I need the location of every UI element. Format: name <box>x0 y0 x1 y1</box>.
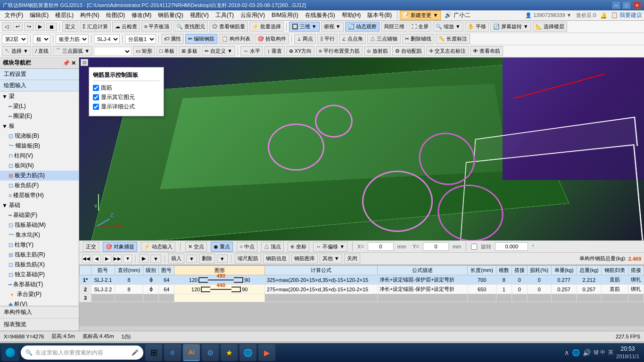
nav-rebar-info[interactable]: 钢筋信息 <box>263 254 289 263</box>
tree-item-kuangji[interactable]: ⊡筏板基础(M) <box>0 220 79 230</box>
tb-line[interactable]: / 直线 <box>33 46 51 56</box>
nav-delete[interactable]: 删除 <box>199 254 215 263</box>
tb-screen-rotate[interactable]: 🔃 屏幕旋转 ▼ <box>490 22 531 32</box>
tb-top-view[interactable]: 俯视 ▼ <box>321 22 344 32</box>
tb-three-point-aux[interactable]: △ 三点辅轴 <box>367 34 400 44</box>
tb-select-floor[interactable]: 📐 选择楼层 <box>533 22 567 32</box>
tb-play[interactable]: ▶ <box>35 22 45 31</box>
menu-floor[interactable]: 楼层(L) <box>52 10 76 20</box>
floor-select[interactable]: 第2层 <box>2 34 28 44</box>
tb-xy-dir[interactable]: ⊕ XY方向 <box>286 46 315 56</box>
nav-prev[interactable]: ◀ <box>92 255 101 263</box>
menu-view[interactable]: 视图(V) <box>187 10 212 20</box>
tb-single-plate[interactable]: □ 单板 <box>157 46 177 56</box>
menu-draw[interactable]: 绘图(D) <box>103 10 128 20</box>
nav-play-drop[interactable]: ▼ <box>150 255 161 263</box>
tb-delete-aux[interactable]: ✂ 删除辅线 <box>402 34 434 44</box>
nav-last[interactable]: ▶▶ <box>113 255 122 263</box>
taskbar-app-5[interactable]: 🌐 <box>239 344 256 361</box>
viewport-3d[interactable]: X Y Z 钢筋显示控制面板 面筋 显示其它图元 显示详细公式 <box>79 58 644 240</box>
tree-group-foundation-header[interactable]: ▼ 基础 <box>0 200 79 210</box>
nav-next[interactable]: ▶ <box>103 255 111 263</box>
tray-expand[interactable]: ∧ <box>564 349 569 356</box>
tb-auto-rebar[interactable]: ⚙ 自动配筋 <box>392 46 425 56</box>
nav-play[interactable]: ▶ <box>139 254 149 263</box>
tb-point-angle[interactable]: ∠ 点点角 <box>339 34 366 44</box>
tray-network[interactable]: 🌐 <box>572 349 580 356</box>
close-button[interactable]: ✕ <box>633 1 641 9</box>
tb-edit-rebar[interactable]: ✏ 编辑钢筋 <box>185 34 217 44</box>
rebar-checkbox-face[interactable] <box>93 85 99 91</box>
vertex-btn[interactable]: △ 顶点 <box>261 242 284 252</box>
maximize-button[interactable]: □ <box>622 1 631 9</box>
menu-modify[interactable]: 修改(M) <box>129 10 154 20</box>
tb-define[interactable]: 定义 <box>62 22 78 32</box>
table-scroll[interactable] <box>79 326 644 331</box>
size-select[interactable]: 🔊 广小二 <box>442 10 473 20</box>
bell-icon[interactable]: 🔔 <box>600 12 607 19</box>
tree-item-fabanjin[interactable]: ⊡筏板负筋(X) <box>0 260 79 270</box>
tb-arc[interactable]: ⌒ 三点圆弧 ▼ <box>53 46 92 56</box>
tb-multi-plate[interactable]: ⊞ 多板 <box>179 46 200 56</box>
engineering-setup[interactable]: 工程设置 <box>0 69 79 80</box>
taskbar-app-ggj[interactable]: Ai <box>183 344 200 361</box>
nav-insert-drop[interactable]: ▼ <box>186 255 197 263</box>
menu-online[interactable]: 在线服务(S) <box>302 10 338 20</box>
tree-item-quanliang[interactable]: ━圈梁(E) <box>0 111 79 121</box>
tb-view-layout[interactable]: 👁 查看布筋 <box>470 46 503 56</box>
menu-cloud[interactable]: 云应用(V) <box>238 10 268 20</box>
tb-cloud-check[interactable]: ☁ 云检查 <box>112 22 140 32</box>
tree-item-jichuuliang[interactable]: ━基础梁(F) <box>0 210 79 220</box>
tree-item-liang[interactable]: ━梁(L) <box>0 101 79 111</box>
tree-item-loujicengban[interactable]: ≡楼层板带(H) <box>0 190 79 200</box>
y-input[interactable] <box>423 242 449 251</box>
tb-pan[interactable]: ✋ 平移 <box>465 22 489 32</box>
snap-btn[interactable]: 🎯 对象捕捉 <box>103 242 137 252</box>
start-button[interactable] <box>2 344 19 361</box>
no-offset-btn[interactable]: ↔ 不偏移 ▼ <box>313 242 347 252</box>
table-row[interactable]: 1*SLJ-2.18ϕ64 120 490 90 325+max(200-20+… <box>80 275 644 285</box>
code-select[interactable]: SLJ-4 <box>94 34 120 44</box>
taskbar-search[interactable]: 🔍 在这里输入你要搜索的内容 🎤 <box>21 346 143 360</box>
tray-clock[interactable]: 20:53 2018/11/1 <box>616 346 639 360</box>
tb-dynamic-view[interactable]: 🔄 动态观察 <box>345 22 380 32</box>
menu-component[interactable]: 构件(N) <box>77 10 102 20</box>
tree-item-tiaoxing[interactable]: ━条形基础(T) <box>0 280 79 289</box>
tree-item-fabanzhujin[interactable]: ⊞筏板主筋(R) <box>0 250 79 260</box>
tb-fullscreen[interactable]: ⛶ 全屏 <box>409 22 431 32</box>
tb-radial-rebar[interactable]: ⊙ 放射筋 <box>364 46 391 56</box>
nav-scale-rebar[interactable]: 缩尺配筋 <box>235 254 261 263</box>
tb-calculate[interactable]: Σ 汇总计算 <box>80 22 111 32</box>
tb-zoom[interactable]: 🔍 缩放 ▼ <box>433 22 463 32</box>
tb-view-rebar[interactable]: ◎ 查看钢筋量 <box>209 22 248 32</box>
tb-custom[interactable]: ✏ 自定义 ▼ <box>202 46 235 56</box>
normal-btn[interactable]: 正交 <box>83 242 99 252</box>
type-select[interactable]: 板 <box>33 34 50 44</box>
tree-item-luoban[interactable]: 〜螺旋板(B) <box>0 141 79 151</box>
tb-length-mark[interactable]: 📏 长度标注 <box>436 34 470 44</box>
menu-edit[interactable]: 编辑(E) <box>27 10 51 20</box>
menu-bim[interactable]: BIM应用(I) <box>269 10 301 20</box>
tree-item-zhudun[interactable]: ⊡柱墩(Y) <box>0 240 79 250</box>
tb-parallel-rebar[interactable]: ≡ 平行布置受力筋 <box>316 46 362 56</box>
tb-horizontal[interactable]: ↔ 水平 <box>240 46 263 56</box>
viewport-corner-icon[interactable]: ⊡ <box>81 59 88 66</box>
arc-select[interactable] <box>94 47 132 56</box>
tb-3d[interactable]: 🔲 三维 ▼ <box>289 22 320 32</box>
tb-select[interactable]: ↖ 选择 ▼ <box>2 46 31 56</box>
tb-two-point[interactable]: ⊥ 两点 <box>294 34 316 44</box>
tree-item-banjian[interactable]: ⊡板间(N) <box>0 161 79 171</box>
rebar-checkbox-other[interactable] <box>93 94 99 100</box>
tree-group-plate-header[interactable]: ▼ 板 <box>0 121 79 131</box>
new-version-btn[interactable]: 📝 新建变更 ▼ <box>400 10 441 20</box>
table-row[interactable]: 3 <box>80 294 644 302</box>
tree-item-zhujian[interactable]: ⊓柱间(V) <box>0 151 79 161</box>
nav-close[interactable]: 关闭 <box>344 254 360 263</box>
taskbar-app-4[interactable]: ★ <box>221 344 238 361</box>
tree-item-dulijijichu[interactable]: ⊡独立基础(P) <box>0 270 79 280</box>
center-btn[interactable]: ○ 中点 <box>237 242 257 252</box>
tb-find[interactable]: 🔍 查找图元 <box>173 22 208 32</box>
subtype-select[interactable]: 板受力筋 <box>56 34 89 44</box>
taskbar-app-6[interactable]: ▶ <box>258 344 275 361</box>
nav-rebar-lib[interactable]: 钢筋图库 <box>291 254 318 263</box>
